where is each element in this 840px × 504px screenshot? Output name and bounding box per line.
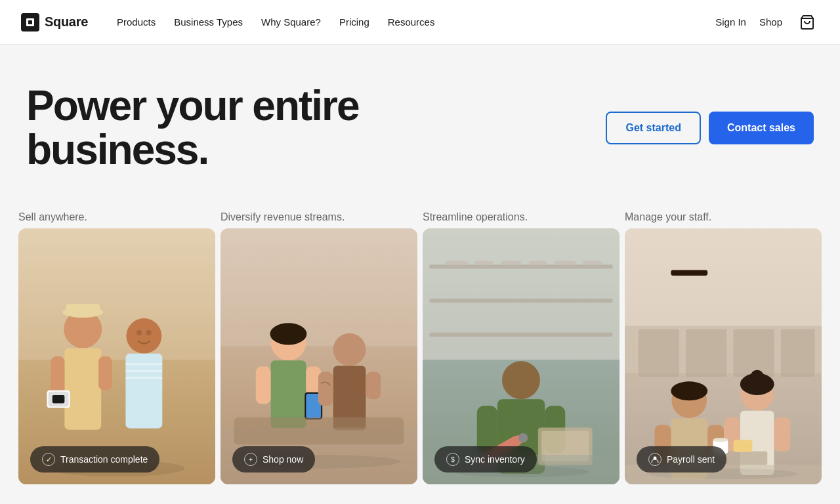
get-started-button[interactable]: Get started [606, 112, 700, 144]
card-manage-staff: Payroll sent [625, 228, 822, 484]
plus-icon: + [244, 453, 257, 466]
svg-point-14 [126, 318, 161, 354]
square-logo-svg [25, 17, 35, 28]
nav-right: Sign In Shop [715, 10, 819, 34]
svg-point-68 [671, 382, 707, 401]
svg-rect-63 [639, 329, 679, 377]
svg-rect-10 [98, 356, 112, 390]
badge-transaction-text: Transaction complete [60, 454, 148, 465]
svg-rect-4 [18, 228, 215, 360]
shop-link[interactable]: Shop [759, 16, 782, 28]
svg-point-49 [502, 362, 540, 400]
section-label-3: Manage your staff. [622, 211, 824, 223]
svg-rect-82 [734, 440, 753, 453]
svg-rect-66 [781, 329, 815, 377]
person-svg [651, 455, 659, 463]
badge-sync-text: Sync inventory [465, 454, 525, 465]
svg-rect-1 [28, 20, 32, 24]
svg-rect-36 [234, 417, 404, 444]
logo-icon [21, 13, 39, 32]
cart-icon [799, 14, 815, 30]
svg-rect-34 [366, 372, 381, 399]
svg-rect-7 [66, 304, 100, 316]
dollar-icon: $ [446, 453, 459, 466]
logo[interactable]: Square [21, 13, 88, 32]
svg-rect-42 [429, 333, 612, 337]
image-cards: ✓ Transaction complete [0, 228, 840, 484]
hero-title: Power your entire business. [26, 84, 499, 172]
cart-button[interactable] [795, 10, 819, 34]
svg-rect-40 [429, 265, 612, 269]
card-diversify: + Shop now [220, 228, 417, 484]
svg-point-20 [146, 330, 151, 335]
nav-why-square[interactable]: Why Square? [253, 11, 329, 33]
svg-rect-39 [423, 228, 620, 360]
svg-rect-17 [125, 370, 162, 372]
hero-buttons: Get started Contact sales [606, 112, 814, 144]
badge-sync: $ Sync inventory [434, 446, 537, 472]
badge-payroll-text: Payroll sent [667, 454, 715, 465]
svg-rect-33 [318, 372, 333, 406]
section-label-2: Streamline operations. [420, 211, 622, 223]
svg-rect-16 [125, 364, 162, 366]
card-streamline: $ Sync inventory [423, 228, 620, 484]
svg-point-48 [582, 261, 602, 265]
svg-rect-27 [256, 367, 271, 404]
contact-sales-button[interactable]: Contact sales [709, 112, 814, 144]
svg-point-75 [750, 370, 764, 384]
svg-point-81 [713, 438, 728, 442]
nav-links: Products Business Types Why Square? Pric… [109, 11, 715, 33]
badge-shop: + Shop now [232, 446, 315, 472]
svg-rect-65 [734, 329, 774, 377]
badge-payroll: Payroll sent [637, 446, 726, 472]
svg-point-55 [518, 433, 528, 442]
check-icon: ✓ [42, 453, 55, 466]
svg-point-46 [528, 261, 547, 265]
navigation: Square Products Business Types Why Squar… [0, 0, 840, 45]
section-label-0: Sell anywhere. [16, 211, 218, 223]
person-icon [648, 453, 662, 466]
svg-point-19 [136, 330, 142, 335]
svg-rect-8 [64, 348, 101, 430]
hero-section: Power your entire business. Get started … [0, 45, 840, 198]
nav-business-types[interactable]: Business Types [166, 11, 251, 33]
svg-rect-64 [686, 329, 726, 377]
nav-pricing[interactable]: Pricing [331, 11, 377, 33]
logo-text: Square [45, 14, 88, 30]
svg-rect-13 [52, 395, 65, 403]
section-labels: Sell anywhere. Diversify revenue streams… [0, 211, 840, 223]
svg-point-47 [554, 261, 577, 265]
svg-rect-23 [220, 228, 417, 346]
svg-point-45 [500, 261, 522, 265]
card-sell-anywhere: ✓ Transaction complete [18, 228, 215, 484]
nav-resources[interactable]: Resources [380, 11, 443, 33]
section-label-1: Diversify revenue streams. [218, 211, 420, 223]
nav-products[interactable]: Products [109, 11, 163, 33]
svg-rect-69 [671, 270, 707, 276]
svg-point-44 [474, 261, 494, 265]
badge-shop-text: Shop now [262, 454, 303, 465]
sign-in-link[interactable]: Sign In [715, 16, 746, 28]
svg-point-43 [444, 261, 469, 265]
svg-point-31 [333, 333, 366, 366]
badge-transaction: ✓ Transaction complete [30, 446, 159, 472]
svg-rect-78 [774, 417, 791, 452]
svg-rect-18 [125, 377, 162, 379]
svg-point-26 [270, 324, 307, 345]
svg-rect-41 [429, 299, 612, 303]
